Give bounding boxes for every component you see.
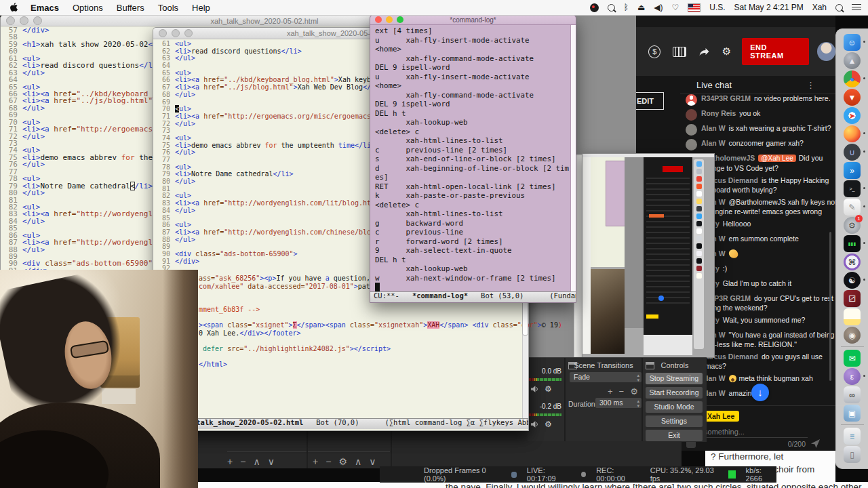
menubar-user[interactable]: Xah	[812, 3, 827, 12]
firefox-icon[interactable]	[844, 125, 861, 142]
textedit-icon[interactable]: ✎	[844, 199, 861, 216]
emacs-icon[interactable]: ε	[844, 368, 861, 385]
zoom-menu-icon[interactable]	[608, 4, 615, 12]
code-line: <delete> c	[375, 127, 574, 137]
toolbar-icon[interactable]: −	[240, 456, 245, 467]
eject-icon[interactable]: ⏏	[637, 3, 645, 12]
speaker-icon[interactable]	[530, 420, 539, 428]
photos-icon[interactable]: ▣	[844, 405, 861, 422]
scrollbar[interactable]	[570, 25, 576, 292]
chat-menu-kebab-icon[interactable]: ⋮	[806, 80, 815, 90]
remove-transition-icon[interactable]: −	[619, 386, 625, 396]
input-language-label[interactable]: U.S.	[709, 3, 725, 12]
command-log-buffer[interactable]: ext [4 times]u xah-fly-insert-mode-activ…	[370, 25, 576, 292]
toolbar-icon[interactable]: ∧	[355, 456, 361, 467]
menubar-item-help[interactable]: Help	[192, 3, 210, 13]
trash-icon[interactable]: ▯	[844, 446, 861, 463]
discord-icon[interactable]: ∪	[844, 144, 861, 161]
menubar-item-options[interactable]: Options	[73, 3, 103, 13]
chat-text: conzoomer gamer xah?	[729, 139, 804, 147]
mixer-volume-meter	[528, 378, 561, 381]
chat-input[interactable]: Say something...	[689, 428, 808, 438]
mixer-gear-icon[interactable]: ⚙	[545, 420, 552, 429]
stickies-icon[interactable]	[844, 308, 861, 325]
code-line	[199, 314, 521, 322]
volume-icon[interactable]: ◀)	[654, 3, 663, 12]
toolbar-icon[interactable]: ⚙	[338, 456, 347, 467]
end-stream-button[interactable]: END STREAM	[742, 38, 809, 65]
menubar-item-tools[interactable]: Tools	[158, 3, 178, 13]
speaker-icon[interactable]	[530, 385, 539, 393]
stop-streaming-button[interactable]: Stop Streaming	[646, 373, 703, 384]
toolbar-icon[interactable]: +	[227, 456, 233, 467]
menubar-clock[interactable]: Sat May 2 4:21 PM	[734, 3, 804, 12]
menu-app-name[interactable]: Emacs	[31, 3, 59, 13]
chat-avatar	[686, 139, 697, 150]
chat-message: Rony Reisyou ok	[680, 108, 850, 121]
chrome-icon[interactable]: ●	[844, 70, 861, 87]
send-message-icon[interactable]	[810, 439, 821, 451]
stream-settings-gear-icon[interactable]: ⚙	[722, 45, 731, 58]
command-log-titlebar[interactable]: *command-log*	[370, 15, 576, 25]
clip-icon[interactable]	[673, 47, 686, 57]
transition-select[interactable]: Fade ▴▾	[570, 372, 642, 382]
code-line: RET xah-html-open-local-link [2 times]	[375, 182, 574, 192]
sunglasses-app-icon[interactable]: ∞	[844, 386, 861, 403]
surprised-emoji	[729, 375, 736, 382]
channel-avatar[interactable]	[817, 42, 835, 61]
chat-text: em summon complete	[729, 235, 799, 243]
equalizer-icon[interactable]: ▮▮▮	[844, 235, 861, 252]
gimp-icon[interactable]: ◉	[844, 327, 861, 344]
code-line: 9 xah-select-text-in-quote	[375, 246, 574, 256]
settings-button[interactable]: Settings	[646, 415, 703, 427]
bluetooth-icon[interactable]: ᛒ	[624, 3, 629, 12]
menubar-item-buffers[interactable]: Buffers	[117, 3, 144, 13]
input-language-flag-icon[interactable]	[688, 3, 701, 12]
toolbar-icon[interactable]: −	[326, 456, 331, 467]
recording-menu-icon[interactable]	[590, 3, 599, 12]
brave-icon[interactable]: ▼	[844, 89, 861, 106]
line-icon[interactable]: ✉	[844, 350, 861, 367]
transition-props-gear-icon[interactable]: ⚙	[630, 386, 638, 396]
mixer-gear-icon[interactable]: ⚙	[545, 384, 552, 394]
chat-avatar	[686, 109, 697, 121]
edit-stream-button[interactable]: EDIT	[636, 92, 664, 110]
apple-menu-icon[interactable]	[9, 3, 18, 13]
mini-own-badge	[646, 314, 658, 319]
toolbar-icon[interactable]: ∧	[253, 456, 260, 467]
obs-preview-window[interactable]	[582, 153, 715, 358]
finder-icon[interactable]: ☺	[844, 34, 861, 51]
add-transition-icon[interactable]: +	[608, 386, 613, 396]
safari-icon[interactable]: ➤	[844, 107, 861, 124]
code-line: u xah-fly-insert-mode-activate	[375, 73, 574, 82]
code-line: CU:**- *command-log* Bot (53,0) (Fundame…	[374, 292, 576, 299]
launchpad-icon[interactable]: ▲	[844, 52, 861, 69]
vscode-icon[interactable]: »	[844, 162, 861, 179]
notification-center-icon[interactable]	[852, 4, 861, 11]
toolbar-icon[interactable]: ∨	[369, 456, 376, 467]
terminal-icon[interactable]: >_	[844, 180, 861, 197]
share-icon[interactable]	[698, 46, 710, 57]
webcam-video	[0, 270, 198, 488]
scroll-to-latest-button[interactable]: ↓	[751, 384, 769, 401]
toolbar-icon[interactable]: ∨	[268, 456, 275, 467]
archive-icon[interactable]: ≡	[844, 428, 861, 445]
exit-button[interactable]: Exit	[646, 430, 703, 441]
code-line: DEL 9 ispell-word	[375, 100, 574, 109]
start-recording-button[interactable]: Start Recording	[646, 387, 703, 399]
running-indicator	[863, 41, 865, 43]
spotlight-icon[interactable]	[835, 4, 843, 12]
shape-menu-icon[interactable]: ♡	[671, 3, 679, 12]
duration-input[interactable]: 300 ms ▴▾	[595, 398, 642, 408]
mention-chip[interactable]: @Xah Lee	[758, 155, 795, 162]
studio-mode-button[interactable]: Studio Mode	[646, 401, 703, 413]
command-key-icon[interactable]: ⌘	[844, 253, 861, 270]
toolbar-icon[interactable]: +	[313, 456, 318, 467]
dice-icon[interactable]: ⚂	[844, 290, 861, 307]
monetization-icon[interactable]: $	[648, 45, 660, 58]
obs-icon[interactable]: ☯	[844, 272, 861, 289]
chat-scrollbar[interactable]	[829, 232, 831, 381]
system-preferences-icon[interactable]: ⚙1	[844, 217, 861, 234]
obs-audio-mixer: 0.0 dB ⚙ -0.2 dB ⚙	[528, 358, 564, 442]
chat-message: Alan Wconzoomer gamer xah?	[680, 138, 850, 150]
